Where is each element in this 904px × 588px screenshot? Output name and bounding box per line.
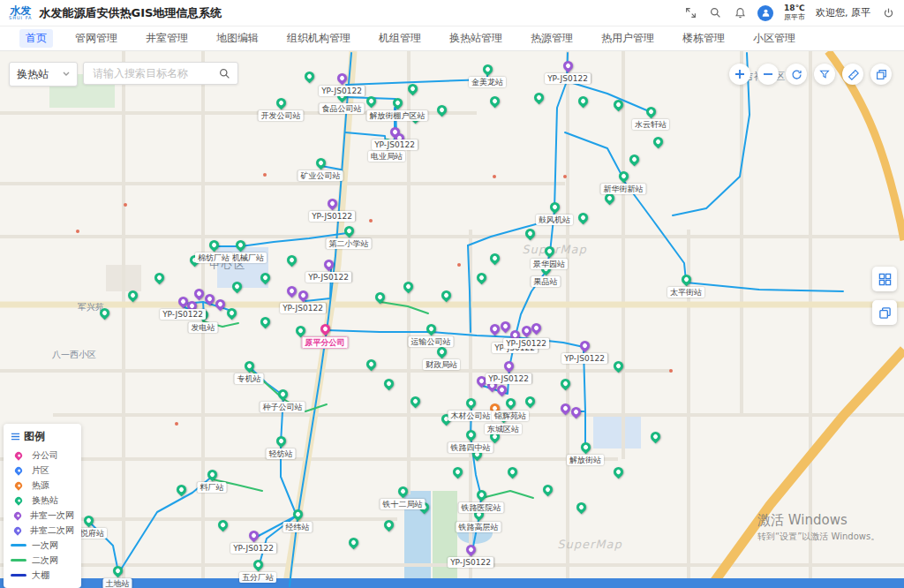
station-marker[interactable]	[434, 345, 448, 359]
station-marker[interactable]	[274, 96, 288, 110]
station-marker[interactable]	[505, 465, 519, 479]
tab-换热站管理[interactable]: 换热站管理	[443, 29, 508, 48]
bell-icon[interactable]	[733, 6, 747, 20]
station-marker[interactable]	[463, 396, 478, 411]
station-marker[interactable]	[574, 501, 588, 515]
station-marker[interactable]	[215, 518, 230, 532]
station-marker[interactable]	[616, 170, 630, 184]
station-marker[interactable]	[503, 396, 517, 411]
station-marker[interactable]	[381, 377, 396, 391]
well-marker[interactable]	[246, 529, 260, 543]
layers-button[interactable]	[870, 64, 892, 85]
well-marker[interactable]	[487, 322, 501, 336]
station-marker[interactable]	[424, 322, 438, 336]
station-marker[interactable]	[373, 290, 387, 305]
station-marker[interactable]	[390, 96, 404, 110]
well-marker[interactable]	[335, 72, 349, 86]
station-marker[interactable]	[558, 377, 572, 391]
station-marker[interactable]	[474, 488, 488, 502]
station-marker[interactable]	[290, 508, 305, 522]
station-marker[interactable]	[284, 253, 298, 268]
tab-首页[interactable]: 首页	[19, 29, 53, 48]
avatar[interactable]	[757, 5, 773, 21]
station-marker[interactable]	[480, 63, 494, 77]
station-marker[interactable]	[224, 306, 238, 320]
search-input[interactable]	[91, 66, 219, 80]
station-marker[interactable]	[313, 156, 328, 170]
station-marker[interactable]	[274, 434, 288, 449]
zoom-out-button[interactable]	[757, 64, 779, 85]
station-marker[interactable]	[578, 441, 592, 455]
reset-view-button[interactable]	[786, 64, 807, 85]
station-marker[interactable]	[679, 273, 693, 287]
station-marker[interactable]	[405, 82, 419, 96]
measure-button[interactable]	[842, 64, 863, 85]
station-marker[interactable]	[611, 465, 625, 479]
well-marker[interactable]	[296, 289, 310, 303]
station-marker[interactable]	[242, 359, 256, 373]
tab-机组管理[interactable]: 机组管理	[373, 29, 427, 48]
station-marker[interactable]	[523, 227, 537, 241]
station-marker[interactable]	[434, 103, 448, 117]
well-marker[interactable]	[561, 59, 575, 73]
station-marker[interactable]	[125, 289, 139, 303]
station-marker[interactable]	[450, 465, 464, 479]
map-canvas[interactable]: 中心区吉祥新区军兴苑八一西小区SuperMapSuperMap 金美龙站食品公司…	[0, 0, 904, 588]
station-marker[interactable]	[302, 70, 316, 84]
region-switch-button[interactable]	[872, 267, 897, 291]
filter-button[interactable]	[814, 64, 835, 85]
tab-组织机构管理[interactable]: 组织机构管理	[281, 29, 357, 48]
station-marker[interactable]	[346, 536, 360, 550]
station-marker[interactable]	[401, 280, 415, 294]
station-marker[interactable]	[364, 94, 378, 109]
station-marker[interactable]	[611, 98, 625, 112]
fullscreen-icon[interactable]	[683, 6, 697, 20]
station-marker[interactable]	[651, 135, 665, 149]
station-marker[interactable]	[463, 428, 478, 442]
station-marker[interactable]	[439, 289, 453, 303]
search-icon[interactable]	[708, 6, 722, 20]
station-marker[interactable]	[576, 211, 590, 225]
station-marker[interactable]	[381, 518, 396, 532]
station-marker[interactable]	[644, 105, 658, 119]
station-marker[interactable]	[152, 271, 166, 285]
tab-管网管理[interactable]: 管网管理	[69, 29, 124, 48]
station-marker[interactable]	[364, 358, 378, 372]
station-marker[interactable]	[576, 94, 590, 109]
tab-井室管理[interactable]: 井室管理	[139, 29, 194, 48]
tab-楼栋管理[interactable]: 楼栋管理	[676, 29, 731, 48]
tab-小区管理[interactable]: 小区管理	[747, 29, 802, 48]
station-marker[interactable]	[627, 153, 641, 167]
logout-icon[interactable]	[881, 6, 895, 20]
station-marker[interactable]	[258, 271, 272, 285]
well-marker[interactable]	[202, 292, 216, 306]
station-marker[interactable]	[540, 483, 554, 497]
well-marker[interactable]	[192, 287, 206, 301]
station-marker[interactable]	[230, 280, 244, 294]
station-marker[interactable]	[487, 252, 501, 266]
well-marker[interactable]	[284, 284, 298, 298]
target-type-select[interactable]: 换热站	[9, 62, 78, 87]
station-marker[interactable]	[531, 91, 546, 105]
station-marker[interactable]	[342, 224, 356, 238]
station-marker[interactable]	[207, 238, 221, 253]
station-marker[interactable]	[251, 558, 265, 572]
well-marker[interactable]	[498, 320, 512, 334]
well-marker[interactable]	[325, 197, 339, 211]
well-marker[interactable]	[569, 405, 583, 419]
station-marker[interactable]	[396, 485, 410, 499]
well-marker[interactable]	[463, 543, 478, 557]
well-marker[interactable]	[321, 258, 335, 272]
station-marker[interactable]	[110, 564, 124, 578]
well-marker[interactable]	[213, 298, 227, 312]
layer-copy-button[interactable]	[872, 300, 897, 325]
well-marker[interactable]	[558, 402, 572, 416]
station-marker[interactable]	[487, 94, 501, 109]
station-marker[interactable]	[648, 430, 662, 444]
zoom-in-button[interactable]	[729, 64, 750, 85]
tab-热源管理[interactable]: 热源管理	[524, 29, 579, 48]
tab-热用户管理[interactable]: 热用户管理	[595, 29, 660, 48]
station-marker[interactable]	[174, 483, 188, 497]
well-marker[interactable]	[577, 339, 591, 353]
station-marker[interactable]	[474, 271, 488, 285]
